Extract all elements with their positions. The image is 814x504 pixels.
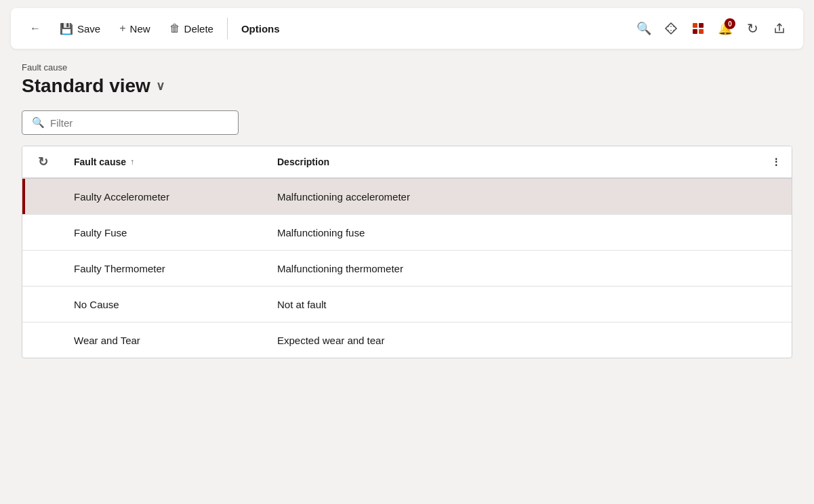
row-empty-cell: [760, 322, 792, 358]
search-icon: 🔍: [636, 21, 651, 36]
new-label: New: [130, 23, 150, 35]
page-label: Fault cause: [22, 62, 792, 72]
save-button[interactable]: 💾 Save: [52, 17, 108, 41]
row-icon-cell: [22, 322, 63, 358]
fault-cause-table: ↻ Fault cause ↑ Description ⋮: [22, 146, 792, 358]
svg-rect-2: [693, 29, 697, 34]
toolbar-right: 🔍 🔔 0 ↻: [631, 16, 792, 41]
office-icon: [691, 21, 706, 36]
row-empty-cell: [760, 287, 792, 322]
row-fault-cause: Wear and Tear: [63, 322, 266, 358]
row-empty-cell: [760, 178, 792, 215]
chevron-down-icon: ∨: [156, 79, 165, 93]
sort-ascending-icon: ↑: [130, 157, 134, 167]
table-row[interactable]: No CauseNot at fault: [22, 287, 792, 322]
col-header-fault[interactable]: Fault cause ↑: [63, 146, 266, 178]
delete-label: Delete: [184, 23, 213, 35]
col-header-icon[interactable]: ↻: [22, 146, 63, 178]
col-header-more[interactable]: ⋮: [760, 146, 792, 178]
refresh-icon: ↻: [38, 155, 48, 169]
row-icon-cell: [22, 287, 63, 322]
notification-button[interactable]: 🔔 0: [712, 16, 738, 41]
filter-search-icon: 🔍: [32, 117, 45, 129]
row-fault-cause: Faulty Accelerometer: [63, 178, 266, 215]
toolbar: ← 💾 Save + New 🗑 Delete Options 🔍: [11, 8, 803, 49]
save-label: Save: [77, 23, 100, 35]
back-icon: ←: [30, 22, 41, 35]
filter-wrapper[interactable]: 🔍: [22, 110, 239, 135]
new-button[interactable]: + New: [111, 17, 158, 40]
row-fault-cause: Faulty Thermometer: [63, 251, 266, 287]
page-title-text: Standard view: [22, 75, 150, 97]
diamond-icon: [664, 22, 678, 35]
refresh-button[interactable]: ↻: [739, 16, 765, 41]
row-description: Not at fault: [266, 287, 760, 322]
page-content: Fault cause Standard view ∨ 🔍 ↻ Fault ca…: [0, 57, 814, 358]
save-icon: 💾: [60, 22, 73, 35]
options-label: Options: [241, 23, 280, 35]
row-icon-cell: [22, 215, 63, 251]
table-row[interactable]: Faulty ThermometerMalfunctioning thermom…: [22, 251, 792, 287]
filter-input[interactable]: [50, 117, 228, 129]
svg-rect-0: [693, 23, 697, 28]
selected-indicator: [22, 179, 25, 214]
row-description: Malfunctioning thermometer: [266, 251, 760, 287]
more-options-icon: ⋮: [771, 156, 781, 167]
col-fault-label: Fault cause: [74, 156, 126, 167]
col-desc-label: Description: [277, 156, 329, 167]
table-row[interactable]: Faulty AccelerometerMalfunctioning accel…: [22, 178, 792, 215]
row-empty-cell: [760, 215, 792, 251]
table-row[interactable]: Wear and TearExpected wear and tear: [22, 322, 792, 358]
delete-icon: 🗑: [169, 22, 180, 35]
col-header-desc: Description: [266, 146, 760, 178]
delete-button[interactable]: 🗑 Delete: [161, 17, 222, 40]
row-description: Malfunctioning accelerometer: [266, 178, 760, 215]
options-button[interactable]: Options: [233, 18, 288, 40]
office-button[interactable]: [685, 16, 711, 41]
svg-rect-3: [699, 29, 704, 34]
filter-container: 🔍: [22, 110, 792, 135]
notification-badge: 0: [725, 18, 735, 29]
svg-rect-1: [699, 23, 704, 28]
table-row[interactable]: Faulty FuseMalfunctioning fuse: [22, 215, 792, 251]
row-empty-cell: [760, 251, 792, 287]
row-fault-cause: No Cause: [63, 287, 266, 322]
row-icon-cell: [22, 251, 63, 287]
refresh-icon: ↻: [747, 20, 758, 37]
export-button[interactable]: [767, 16, 792, 41]
toolbar-separator: [227, 18, 228, 39]
new-icon: +: [119, 22, 125, 35]
export-icon: [773, 22, 786, 35]
back-button[interactable]: ←: [22, 17, 49, 40]
row-fault-cause: Faulty Fuse: [63, 215, 266, 251]
search-button[interactable]: 🔍: [631, 16, 657, 41]
row-icon-cell: [22, 178, 63, 215]
table-header-row: ↻ Fault cause ↑ Description ⋮: [22, 146, 792, 178]
row-description: Malfunctioning fuse: [266, 215, 760, 251]
diamond-button[interactable]: [658, 16, 684, 41]
row-description: Expected wear and tear: [266, 322, 760, 358]
table-container: ↻ Fault cause ↑ Description ⋮: [22, 146, 792, 358]
page-title[interactable]: Standard view ∨: [22, 75, 792, 97]
